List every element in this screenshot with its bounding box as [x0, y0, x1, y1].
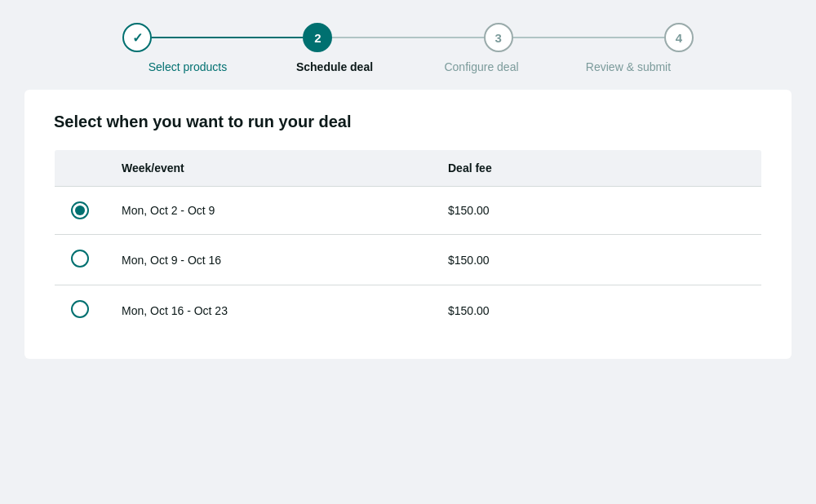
- table-row[interactable]: Mon, Oct 9 - Oct 16 $150.00: [55, 235, 762, 285]
- step-3-circle[interactable]: 3: [484, 23, 513, 52]
- step-4-circle[interactable]: 4: [664, 23, 694, 52]
- step-line-1-2: [152, 37, 303, 38]
- step-3-number: 3: [494, 31, 501, 45]
- section-title: Select when you want to run your deal: [54, 113, 762, 131]
- stepper-track: ✓ 2 3 4: [122, 23, 694, 52]
- col-week-header: Week/event: [105, 150, 432, 187]
- fee-cell-2: $150.00: [432, 235, 762, 285]
- table-header-row: Week/event Deal fee: [55, 150, 762, 187]
- radio-button-1[interactable]: [71, 201, 89, 219]
- deal-table: Week/event Deal fee Mon, Oct 2 - Oct 9 $…: [54, 149, 762, 336]
- step-3-label[interactable]: Configure deal: [416, 60, 547, 73]
- week-cell-3: Mon, Oct 16 - Oct 23: [105, 285, 432, 336]
- fee-cell-1: $150.00: [432, 187, 762, 235]
- step-2-number: 2: [314, 31, 321, 45]
- stepper-container: ✓ 2 3 4 Select products Schedule deal Co…: [0, 0, 816, 90]
- radio-button-3[interactable]: [71, 300, 89, 318]
- table-row[interactable]: Mon, Oct 2 - Oct 9 $150.00: [55, 187, 762, 235]
- step-line-3-4: [513, 37, 664, 38]
- col-fee-header: Deal fee: [432, 150, 762, 187]
- step-2-label[interactable]: Schedule deal: [269, 60, 400, 73]
- step-4-label[interactable]: Review & submit: [563, 60, 694, 73]
- table-row[interactable]: Mon, Oct 16 - Oct 23 $150.00: [55, 285, 762, 336]
- radio-cell-2[interactable]: [55, 235, 106, 285]
- week-cell-2: Mon, Oct 9 - Oct 16: [105, 235, 432, 285]
- fee-cell-3: $150.00: [432, 285, 762, 336]
- col-radio-header: [55, 150, 106, 187]
- step-4-number: 4: [676, 31, 682, 45]
- step-1-label[interactable]: Select products: [122, 60, 253, 73]
- radio-cell-1[interactable]: [55, 187, 106, 235]
- main-content: Select when you want to run your deal We…: [24, 90, 792, 359]
- step-1-checkmark: ✓: [132, 30, 143, 46]
- step-1-circle[interactable]: ✓: [122, 23, 152, 52]
- step-line-2-3: [332, 37, 483, 38]
- radio-cell-3[interactable]: [55, 285, 106, 336]
- week-cell-1: Mon, Oct 2 - Oct 9: [105, 187, 432, 235]
- step-2-circle[interactable]: 2: [303, 23, 332, 52]
- stepper-labels: Select products Schedule deal Configure …: [122, 60, 694, 73]
- radio-button-2[interactable]: [71, 250, 89, 267]
